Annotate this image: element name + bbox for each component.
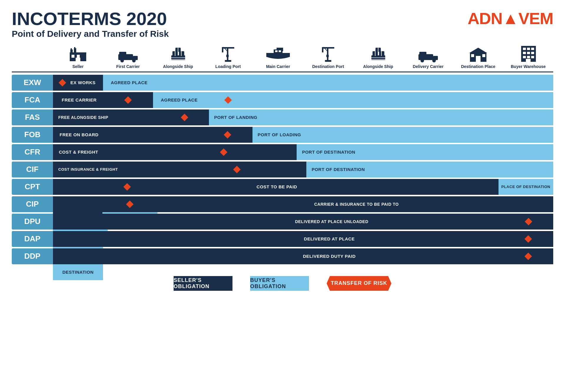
column-headers: Seller First Carrier Alongside Ship — [12, 45, 553, 69]
legend-risk: TRANSFER OF RISK — [327, 276, 391, 291]
logo: ADN▲VEM — [468, 9, 553, 28]
main-carrier-column-header: Main Carrier — [253, 47, 303, 69]
svg-rect-2 — [77, 55, 80, 58]
table-row: EXW EX WORKS AGREED PLACE — [12, 75, 553, 91]
svg-rect-27 — [226, 55, 229, 57]
row-code-dpu: DPU — [12, 214, 53, 230]
svg-rect-7 — [71, 48, 72, 50]
row-code-fob: FOB — [12, 127, 53, 143]
svg-rect-30 — [274, 49, 282, 54]
header: INCOTERMS 2020 Point of Delivery and Tra… — [12, 9, 553, 39]
svg-rect-9 — [118, 54, 133, 60]
svg-rect-71 — [526, 59, 531, 62]
table-row: CIF COST INSURANCE & FREIGHT PORT OF DES… — [12, 162, 553, 177]
row-code-fas: FAS — [12, 109, 53, 125]
destination-place-column-header: Destination Place — [453, 47, 503, 69]
subtitle: Point of Delivery and Transfer of Risk — [12, 29, 169, 39]
svg-rect-69 — [527, 56, 530, 58]
seller-column-header: Seller — [53, 47, 103, 69]
buyer-warehouse-column-header: Buyer Warehouse — [503, 45, 553, 69]
svg-rect-13 — [119, 52, 126, 55]
title-block: INCOTERMS 2020 Point of Delivery and Tra… — [12, 9, 169, 39]
table-row: DAP DELIVERED AT PLACE DESTINATION — [12, 231, 553, 247]
table-row: CPT COST TO BE PAID PLACE OF DESTINATION — [12, 179, 553, 195]
svg-rect-68 — [523, 56, 526, 58]
svg-point-54 — [432, 59, 436, 62]
svg-point-53 — [421, 59, 424, 62]
buyer-obligation-box: BUYER'S OBLIGATION — [250, 276, 309, 291]
svg-rect-37 — [322, 47, 323, 52]
svg-rect-1 — [72, 55, 74, 58]
table-row: DPU DELIVERED AT PLACE UNLOADED PLACE OF… — [12, 214, 553, 230]
svg-rect-66 — [527, 52, 530, 54]
transfer-of-risk-box: TRANSFER OF RISK — [327, 276, 391, 291]
svg-rect-64 — [531, 48, 534, 50]
svg-rect-59 — [471, 54, 474, 57]
svg-rect-39 — [326, 55, 329, 57]
row-code-cpt: CPT — [12, 179, 53, 195]
svg-rect-58 — [476, 56, 481, 62]
table-row: DDP DELIVERED DUTY PAID DESTINATION — [12, 248, 553, 264]
legend-buyer: BUYER'S OBLIGATION — [250, 276, 309, 291]
seller-obligation-box: SELLER'S OBLIGATION — [174, 276, 232, 291]
svg-rect-63 — [527, 48, 530, 50]
row-code-cif: CIF — [12, 162, 53, 177]
table-row: FCA FREE CARRIER AGREED PLACE — [12, 92, 553, 108]
svg-rect-31 — [277, 48, 281, 50]
row-code-cfr: CFR — [12, 144, 53, 160]
row-code-cip: CIP — [12, 196, 53, 212]
svg-rect-70 — [531, 56, 534, 58]
table-row: CFR COST & FREIGHT PORT OF DESTINATION — [12, 144, 553, 160]
svg-point-12 — [132, 59, 136, 62]
svg-rect-25 — [222, 47, 223, 52]
loading-port-column-header: Loading Port — [203, 45, 253, 69]
row-code-fca: FCA — [12, 92, 53, 108]
destination-port-column-header: Destination Port — [303, 45, 353, 69]
row-code-exw: EXW — [12, 75, 53, 91]
table-row: FOB FREE ON BOARD PORT OF LOADING — [12, 127, 553, 143]
delivery-carrier-column-header: Delivery Carrier — [403, 51, 453, 69]
svg-rect-33 — [275, 50, 277, 52]
svg-rect-65 — [523, 52, 526, 54]
incoterms-table: EXW EX WORKS AGREED PLACE FCA FREE CARRI… — [12, 75, 553, 264]
svg-rect-3 — [76, 58, 80, 61]
row-code-dap: DAP — [12, 231, 53, 247]
alongside-ship1-column-header: Alongside Ship — [153, 47, 203, 69]
svg-point-11 — [120, 59, 124, 62]
main-title: INCOTERMS 2020 — [12, 9, 169, 29]
table-row: FAS FREE ALONGSIDE SHIP PORT OF LANDING — [12, 109, 553, 125]
svg-rect-6 — [70, 52, 86, 54]
svg-rect-55 — [419, 52, 426, 55]
svg-rect-41 — [325, 60, 331, 62]
svg-rect-34 — [279, 50, 281, 52]
svg-rect-51 — [418, 54, 433, 60]
svg-rect-67 — [531, 52, 534, 54]
svg-rect-29 — [225, 60, 231, 62]
svg-marker-56 — [469, 48, 487, 53]
svg-rect-60 — [482, 54, 485, 57]
table-row: CIP CARRIER & INSURANCE TO BE PAID TO PL… — [12, 196, 553, 212]
svg-rect-62 — [523, 48, 526, 50]
row-code-ddp: DDP — [12, 248, 53, 264]
first-carrier-column-header: First Carrier — [103, 51, 153, 69]
svg-rect-32 — [281, 48, 283, 51]
svg-rect-8 — [74, 47, 75, 49]
legend-seller: SELLER'S OBLIGATION — [174, 276, 232, 291]
alongside-ship2-column-header: Alongside Ship — [353, 47, 403, 69]
